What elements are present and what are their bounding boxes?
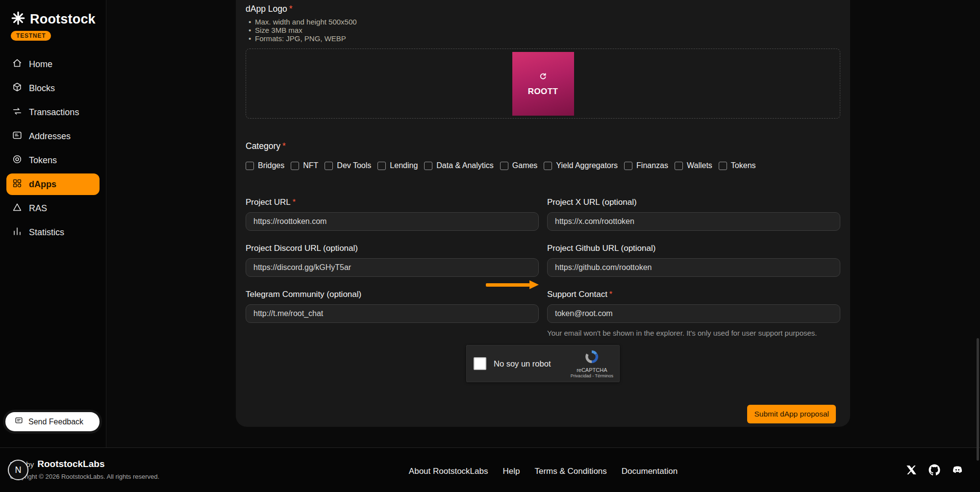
sidebar-item-dapps[interactable]: dApps xyxy=(6,173,100,195)
category-option-label: Data & Analytics xyxy=(436,161,494,170)
checkbox[interactable] xyxy=(624,162,632,170)
sidebar-item-label: RAS xyxy=(29,203,47,214)
category-option-tokens[interactable]: Tokens xyxy=(719,161,756,170)
footer-social xyxy=(905,464,963,476)
field-label: Telegram Community (optional) xyxy=(246,290,361,299)
coin-icon xyxy=(12,154,23,167)
field-support-contact: Support Contact* Your email won't be sho… xyxy=(547,290,840,337)
footer-link-documentation[interactable]: Documentation xyxy=(622,467,678,476)
sidebar-item-tokens[interactable]: Tokens xyxy=(6,149,100,171)
recaptcha-label: No soy un robot xyxy=(494,359,551,369)
logo-rule: Formats: JPG, PNG, WEBP xyxy=(248,35,840,43)
sidebar-item-statistics[interactable]: Statistics xyxy=(6,221,100,243)
checkbox[interactable] xyxy=(377,162,386,170)
field-label: Project Discord URL (optional) xyxy=(246,244,358,253)
category-option-label: Games xyxy=(512,161,538,170)
rootstock-logo[interactable]: Rootstock xyxy=(11,11,97,27)
sidebar-item-blocks[interactable]: Blocks xyxy=(6,77,100,99)
checkbox[interactable] xyxy=(291,162,299,170)
footer-link-terms[interactable]: Terms & Conditions xyxy=(534,467,606,476)
category-label-text: Category xyxy=(246,141,280,151)
recaptcha-logo-icon xyxy=(584,349,600,367)
dapp-proposal-form-panel: dApp Logo* Max. width and height 500x500… xyxy=(236,0,850,427)
recaptcha-checkbox[interactable] xyxy=(474,357,486,370)
avatar: N xyxy=(8,460,28,480)
send-feedback-button[interactable]: Send Feedback xyxy=(5,412,100,431)
category-option-label: NFT xyxy=(303,161,318,170)
checkbox[interactable] xyxy=(424,162,432,170)
required-asterisk: * xyxy=(293,198,296,206)
category-label: Category* xyxy=(246,141,840,151)
category-option-label: Tokens xyxy=(731,161,756,170)
sidebar-item-transactions[interactable]: Transactions xyxy=(6,101,100,123)
logo-rule: Size 3MB max xyxy=(248,26,840,34)
dapp-logo-label-text: dApp Logo xyxy=(246,4,287,14)
category-option-yield-aggregators[interactable]: Yield Aggregators xyxy=(544,161,618,170)
field-label: Project URL xyxy=(246,197,291,207)
category-option-label: Wallets xyxy=(687,161,712,170)
category-option-games[interactable]: Games xyxy=(500,161,538,170)
category-option-bridges[interactable]: Bridges xyxy=(246,161,284,170)
category-option-nft[interactable]: NFT xyxy=(291,161,318,170)
category-option-label: Bridges xyxy=(258,161,284,170)
send-feedback-container: Send Feedback xyxy=(3,410,102,434)
home-icon xyxy=(12,58,23,71)
logo-rule: Max. width and height 500x500 xyxy=(248,18,840,26)
footer-link-help[interactable]: Help xyxy=(503,467,520,476)
project-github-url-input[interactable] xyxy=(547,258,840,277)
category-option-wallets[interactable]: Wallets xyxy=(675,161,712,170)
category-option-data-analytics[interactable]: Data & Analytics xyxy=(424,161,494,170)
rootstocklabs-link[interactable]: RootstockLabs xyxy=(37,459,104,469)
checkbox[interactable] xyxy=(325,162,333,170)
recaptcha-privacy-terms[interactable]: Privacidad - Términos xyxy=(571,373,613,378)
page: Rootstock TESTNET Home Blocks Transactio… xyxy=(0,0,980,492)
sidebar-item-ras[interactable]: RAS xyxy=(6,197,100,219)
sidebar-item-label: dApps xyxy=(29,179,56,190)
x-twitter-icon[interactable] xyxy=(905,464,917,476)
support-contact-helper: Your email won't be shown in the explore… xyxy=(547,329,840,337)
submit-dapp-proposal-button[interactable]: Submit dApp proposal xyxy=(747,405,836,423)
logo-preview: ROOTT xyxy=(512,52,574,116)
sidebar-item-label: Addresses xyxy=(29,131,71,142)
checkbox[interactable] xyxy=(675,162,683,170)
category-options-row: Bridges NFT Dev Tools Lending Data & Ana… xyxy=(246,161,840,170)
sidebar-item-label: Tokens xyxy=(29,155,57,166)
category-option-label: Finanzas xyxy=(636,161,668,170)
telegram-community-input[interactable] xyxy=(246,304,539,323)
checkbox[interactable] xyxy=(246,162,254,170)
support-contact-input[interactable] xyxy=(547,304,840,323)
field-project-x-url: Project X URL (optional) xyxy=(547,197,840,231)
annotation-arrow-icon xyxy=(486,280,539,289)
required-asterisk: * xyxy=(282,141,286,151)
scrollbar-thumb[interactable] xyxy=(977,338,979,461)
discord-icon[interactable] xyxy=(951,464,963,476)
footer-link-about[interactable]: About RootstockLabs xyxy=(409,467,488,476)
checkbox[interactable] xyxy=(500,162,508,170)
category-option-lending[interactable]: Lending xyxy=(377,161,418,170)
send-feedback-label: Send Feedback xyxy=(28,418,83,426)
logo-upload-dropzone[interactable]: ROOTT xyxy=(246,49,840,119)
project-x-url-input[interactable] xyxy=(547,212,840,231)
github-icon[interactable] xyxy=(928,464,940,476)
logo-rules-list: Max. width and height 500x500 Size 3MB m… xyxy=(248,18,840,43)
category-option-dev-tools[interactable]: Dev Tools xyxy=(325,161,371,170)
category-option-label: Lending xyxy=(390,161,418,170)
bar-chart-icon xyxy=(12,226,23,239)
field-telegram-community: Telegram Community (optional) xyxy=(246,290,539,337)
field-project-github-url: Project Github URL (optional) xyxy=(547,244,840,277)
project-discord-url-input[interactable] xyxy=(246,258,539,277)
category-option-label: Dev Tools xyxy=(337,161,371,170)
checkbox[interactable] xyxy=(544,162,552,170)
checkbox[interactable] xyxy=(719,162,727,170)
logo-preview-text: ROOTT xyxy=(528,87,558,97)
sidebar-item-addresses[interactable]: Addresses xyxy=(6,125,100,147)
category-option-finanzas[interactable]: Finanzas xyxy=(624,161,668,170)
roott-logo-icon xyxy=(538,71,549,84)
swap-arrows-icon xyxy=(12,106,23,119)
sidebar: Rootstock TESTNET Home Blocks Transactio… xyxy=(0,0,106,447)
sidebar-item-label: Blocks xyxy=(29,83,55,94)
sidebar-item-home[interactable]: Home xyxy=(6,53,100,75)
brand-name: Rootstock xyxy=(30,12,96,27)
project-url-input[interactable] xyxy=(246,212,539,231)
field-project-discord-url: Project Discord URL (optional) xyxy=(246,244,539,277)
